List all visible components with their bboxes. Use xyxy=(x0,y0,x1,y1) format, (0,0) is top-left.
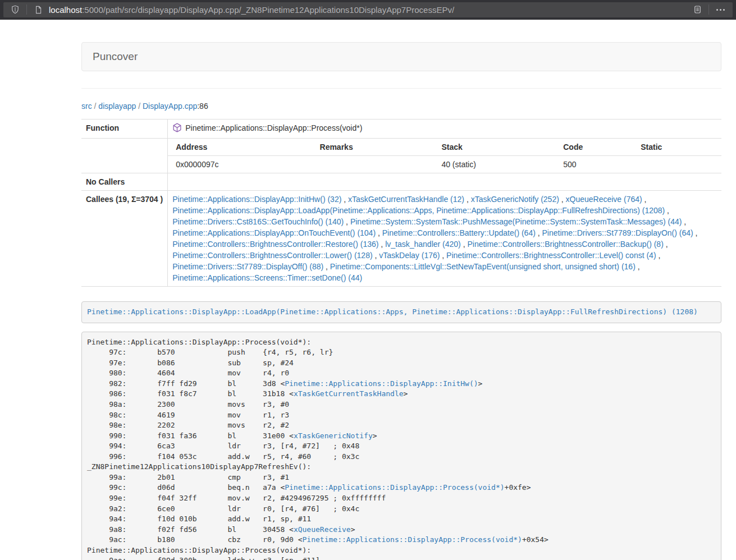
stack-value: 40 (static) xyxy=(433,156,555,173)
breadcrumb: src / displayapp / DisplayApp.cpp:86 xyxy=(81,100,721,112)
callee-link[interactable]: Pinetime::Applications::DisplayApp::Init… xyxy=(172,195,341,204)
breadcrumb-link-displayapp[interactable]: displayapp xyxy=(98,102,136,111)
highlighted-callee-link[interactable]: Pinetime::Applications::DisplayApp::Load… xyxy=(87,307,698,316)
callees-cell: Pinetime::Applications::DisplayApp::Init… xyxy=(168,191,721,287)
code-symbol-link[interactable]: xQueueReceive xyxy=(294,525,351,534)
callee-link[interactable]: Pinetime::Controllers::BrightnessControl… xyxy=(172,240,378,249)
code-symbol-link[interactable]: xTaskGetCurrentTaskHandle xyxy=(294,389,404,398)
shield-icon[interactable] xyxy=(9,3,21,16)
col-header-stack: Stack xyxy=(433,139,555,156)
address-value: 0x0000097c xyxy=(168,156,312,173)
urlbar-divider-2 xyxy=(708,4,709,15)
callee-link[interactable]: xTaskGetCurrentTaskHandle (12) xyxy=(348,195,464,204)
disassembly: Pinetime::Applications::DisplayApp::Proc… xyxy=(81,332,721,560)
menu-icon[interactable] xyxy=(714,9,727,11)
code-value: 500 xyxy=(555,156,633,173)
app-navbar: Puncover xyxy=(81,42,721,71)
url-path: :5000/path/src/displayapp/DisplayApp.cpp… xyxy=(82,5,454,15)
callee-link[interactable]: Pinetime::Applications::DisplayApp::OnTo… xyxy=(172,228,376,237)
callee-link[interactable]: Pinetime::Applications::DisplayApp::Load… xyxy=(172,206,665,215)
function-name: Pinetime::Applications::DisplayApp::Proc… xyxy=(185,123,362,132)
url-text[interactable]: localhost:5000/path/src/displayapp/Displ… xyxy=(49,5,691,15)
callee-link[interactable]: Pinetime::Applications::Screens::Timer::… xyxy=(172,273,362,282)
function-cube-icon xyxy=(172,123,182,135)
remarks-value xyxy=(312,156,434,173)
callee-link[interactable]: Pinetime::Controllers::BrightnessControl… xyxy=(172,251,372,260)
callee-link[interactable]: Pinetime::Drivers::Cst816S::GetTouchInfo… xyxy=(172,217,344,226)
callee-link[interactable]: Pinetime::System::SystemTask::PushMessag… xyxy=(350,217,682,226)
no-callers-row: No Callers xyxy=(81,173,721,191)
url-host: localhost xyxy=(49,5,82,15)
breadcrumb-separator: / xyxy=(92,102,99,111)
callee-link[interactable]: vTaskDelay (176) xyxy=(379,251,440,260)
urlbar-divider xyxy=(26,4,27,15)
url-bar[interactable]: localhost:5000/path/src/displayapp/Displ… xyxy=(3,2,733,17)
breadcrumb-link-src[interactable]: src xyxy=(81,102,92,111)
callee-link[interactable]: Pinetime::Controllers::BrightnessControl… xyxy=(467,240,663,249)
app-brand: Puncover xyxy=(82,43,148,71)
breadcrumb-line-number: :86 xyxy=(197,102,208,111)
col-header-code: Code xyxy=(555,139,633,156)
callees-label: Callees (19, Σ=3704 ) xyxy=(81,191,168,287)
reader-mode-icon[interactable] xyxy=(691,3,703,16)
callee-link[interactable]: Pinetime::Drivers::St7789::DisplayOn() (… xyxy=(542,228,693,237)
browser-toolbar: localhost:5000/path/src/displayapp/Displ… xyxy=(0,0,736,20)
no-callers-label: No Callers xyxy=(81,173,168,191)
callee-link[interactable]: Pinetime::Drivers::St7789::DisplayOff() … xyxy=(172,262,323,271)
col-header-address: Address xyxy=(168,139,312,156)
function-detail-row: Address Remarks Stack Code Static 0x0000… xyxy=(81,139,721,173)
callees-row: Callees (19, Σ=3704 ) Pinetime::Applicat… xyxy=(81,191,721,287)
static-value xyxy=(633,156,721,173)
function-row: Function Pinetime::Applications::Display… xyxy=(81,120,721,139)
highlighted-callee-box: Pinetime::Applications::DisplayApp::Load… xyxy=(81,301,721,323)
col-header-remarks: Remarks xyxy=(312,139,434,156)
detail-header-row: Address Remarks Stack Code Static xyxy=(168,139,721,156)
breadcrumb-separator: / xyxy=(136,102,143,111)
callee-link[interactable]: Pinetime::Controllers::Battery::Update()… xyxy=(382,228,536,237)
col-header-static: Static xyxy=(633,139,721,156)
detail-value-row: 0x0000097c 40 (static) 500 xyxy=(168,156,721,173)
callee-link[interactable]: lv_task_handler (420) xyxy=(385,240,461,249)
function-label: Function xyxy=(81,120,168,139)
callee-link[interactable]: xQueueReceive (764) xyxy=(566,195,642,204)
function-table: Function Pinetime::Applications::Display… xyxy=(81,119,721,287)
callee-link[interactable]: xTaskGenericNotify (252) xyxy=(471,195,559,204)
code-symbol-link[interactable]: Pinetime::Applications::DisplayApp::Proc… xyxy=(303,535,522,544)
code-symbol-link[interactable]: xTaskGenericNotify xyxy=(294,432,373,440)
code-symbol-link[interactable]: Pinetime::Applications::DisplayApp::Proc… xyxy=(285,483,504,492)
callee-link[interactable]: Pinetime::Components::LittleVgl::SetNewT… xyxy=(330,262,636,271)
page-icon[interactable] xyxy=(32,3,44,16)
callee-link[interactable]: Pinetime::Controllers::BrightnessControl… xyxy=(446,251,656,260)
function-detail-table: Address Remarks Stack Code Static 0x0000… xyxy=(168,139,721,173)
divider-rule xyxy=(81,88,721,89)
breadcrumb-link-file[interactable]: DisplayApp.cpp xyxy=(143,102,197,111)
page-container: Puncover src / displayapp / DisplayApp.c… xyxy=(81,42,721,560)
code-symbol-link[interactable]: Pinetime::Applications::DisplayApp::Init… xyxy=(285,379,478,388)
